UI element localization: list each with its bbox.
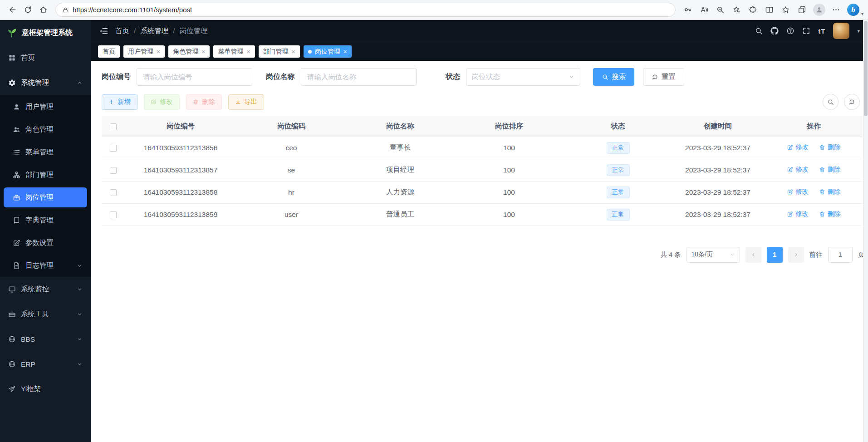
extensions-button[interactable]: [745, 2, 761, 18]
add-favorite-button[interactable]: [729, 2, 745, 18]
row-checkbox[interactable]: [110, 167, 117, 174]
row-checkbox[interactable]: [110, 145, 117, 152]
scrollbar-thumb[interactable]: [864, 21, 868, 116]
row-edit-link[interactable]: 修改: [787, 187, 809, 196]
row-edit-link[interactable]: 修改: [787, 210, 809, 218]
sidebar-item-system-tools[interactable]: 系统工具: [0, 302, 91, 327]
edit-square-icon: [13, 239, 20, 247]
tab-menu-mgmt[interactable]: 菜单管理 ×: [213, 45, 255, 58]
user-avatar[interactable]: [833, 23, 849, 39]
row-delete-link[interactable]: 删除: [819, 187, 841, 196]
password-button[interactable]: [680, 2, 696, 18]
split-screen-button[interactable]: [762, 2, 777, 18]
col-post-code: 岗位编码: [237, 116, 346, 137]
address-bar[interactable]: https://ccnetcore.com:1101/system/post: [55, 3, 676, 17]
page-number-1[interactable]: 1: [767, 247, 783, 263]
add-button[interactable]: 新增: [102, 94, 137, 110]
sidebar-item-bbs[interactable]: BBS: [0, 327, 91, 352]
read-aloud-button[interactable]: [696, 2, 712, 18]
help-icon[interactable]: [786, 27, 794, 35]
sidebar-expand-caret-icon[interactable]: ▾: [861, 11, 863, 16]
close-icon[interactable]: ×: [292, 49, 295, 55]
prev-page-button[interactable]: [745, 247, 761, 263]
toggle-search-button[interactable]: [823, 94, 839, 110]
goto-page-input[interactable]: [828, 247, 853, 263]
trash-icon: [819, 189, 825, 195]
browser-menu-button[interactable]: [829, 2, 844, 18]
status-select[interactable]: 岗位状态: [466, 68, 580, 86]
search-button[interactable]: 搜索: [593, 68, 634, 86]
zoom-button[interactable]: [713, 2, 728, 18]
sidebar-item-dict-mgmt[interactable]: 字典管理: [0, 209, 91, 231]
browser-home-button[interactable]: [35, 2, 51, 18]
bing-letter: b: [851, 5, 855, 15]
sidebar: 意框架管理系统 首页 系统管理 用户管理 角色管理 菜单管理: [0, 20, 91, 442]
post-name-input[interactable]: [301, 68, 417, 86]
github-icon[interactable]: [770, 27, 779, 35]
post-code-input[interactable]: [137, 68, 252, 86]
page-size-select[interactable]: 10条/页: [687, 247, 740, 263]
sidebar-item-role-mgmt[interactable]: 角色管理: [0, 118, 91, 141]
app-logo: 意框架管理系统: [0, 20, 91, 45]
sidebar-item-home[interactable]: 首页: [0, 45, 91, 70]
sidebar-item-label: 用户管理: [25, 102, 54, 112]
sidebar-item-param-settings[interactable]: 参数设置: [0, 231, 91, 254]
status-badge: 正常: [607, 142, 630, 154]
url-text[interactable]: https://ccnetcore.com:1101/system/post: [73, 6, 192, 14]
tab-home[interactable]: 首页: [98, 45, 120, 58]
status-badge: 正常: [607, 209, 630, 221]
select-all-checkbox[interactable]: [110, 123, 117, 130]
cell-post-id: 1641030593112313859: [124, 203, 237, 226]
page-scrollbar[interactable]: [863, 20, 868, 442]
breadcrumb-item-system[interactable]: 系统管理: [140, 26, 168, 36]
fullscreen-icon[interactable]: [802, 27, 810, 35]
close-icon[interactable]: ×: [343, 49, 347, 55]
sidebar-item-log-mgmt[interactable]: 日志管理: [0, 254, 91, 277]
row-checkbox[interactable]: [110, 211, 117, 218]
chevron-down-icon: [77, 263, 83, 269]
browser-profile-avatar[interactable]: [813, 4, 825, 16]
search-icon: [602, 74, 608, 80]
tab-user-mgmt[interactable]: 用户管理 ×: [123, 45, 165, 58]
edit-button[interactable]: 修改: [144, 94, 180, 110]
delete-button[interactable]: 删除: [186, 94, 222, 110]
sidebar-item-dept-mgmt[interactable]: 部门管理: [0, 163, 91, 186]
row-checkbox[interactable]: [110, 189, 117, 196]
refresh-icon: [24, 5, 32, 14]
back-button[interactable]: [5, 2, 20, 18]
filter-post-name: 岗位名称: [266, 68, 417, 86]
font-size-icon[interactable]: tT: [818, 27, 825, 35]
tab-role-mgmt[interactable]: 角色管理 ×: [168, 45, 210, 58]
sidebar-item-erp[interactable]: ERP: [0, 352, 91, 377]
row-delete-link[interactable]: 删除: [819, 210, 841, 218]
breadcrumb-separator: /: [134, 27, 136, 35]
breadcrumb-item-home[interactable]: 首页: [115, 26, 129, 36]
close-icon[interactable]: ×: [246, 49, 250, 55]
next-page-button[interactable]: [788, 247, 804, 263]
row-edit-link[interactable]: 修改: [787, 165, 809, 174]
sidebar-item-system-monitor[interactable]: 系统监控: [0, 277, 91, 302]
collapse-sidebar-icon[interactable]: [99, 26, 108, 36]
sidebar-item-user-mgmt[interactable]: 用户管理: [0, 95, 91, 118]
row-delete-link[interactable]: 删除: [819, 143, 841, 152]
reset-button[interactable]: 重置: [643, 68, 684, 86]
refresh-button[interactable]: [20, 2, 35, 18]
close-icon[interactable]: ×: [201, 49, 205, 55]
chevron-down-icon: [77, 361, 83, 367]
export-button[interactable]: 导出: [228, 94, 264, 110]
favorites-button[interactable]: [778, 2, 794, 18]
search-icon[interactable]: [755, 27, 763, 35]
sidebar-item-post-mgmt[interactable]: 岗位管理: [4, 187, 87, 207]
row-delete-link[interactable]: 删除: [819, 165, 841, 174]
refresh-table-button[interactable]: [844, 94, 860, 110]
avatar-caret-icon[interactable]: ▾: [857, 28, 860, 34]
sidebar-item-system-mgmt[interactable]: 系统管理: [0, 70, 91, 95]
close-icon[interactable]: ×: [157, 49, 160, 55]
tab-dept-mgmt[interactable]: 部门管理 ×: [259, 45, 300, 58]
tab-post-mgmt[interactable]: 岗位管理 ×: [304, 45, 352, 58]
sidebar-item-yi-framework[interactable]: Yi框架: [0, 377, 91, 402]
sidebar-item-menu-mgmt[interactable]: 菜单管理: [0, 141, 91, 163]
row-edit-link[interactable]: 修改: [787, 143, 809, 152]
collections-button[interactable]: [794, 2, 810, 18]
bing-icon[interactable]: b: [847, 4, 859, 16]
